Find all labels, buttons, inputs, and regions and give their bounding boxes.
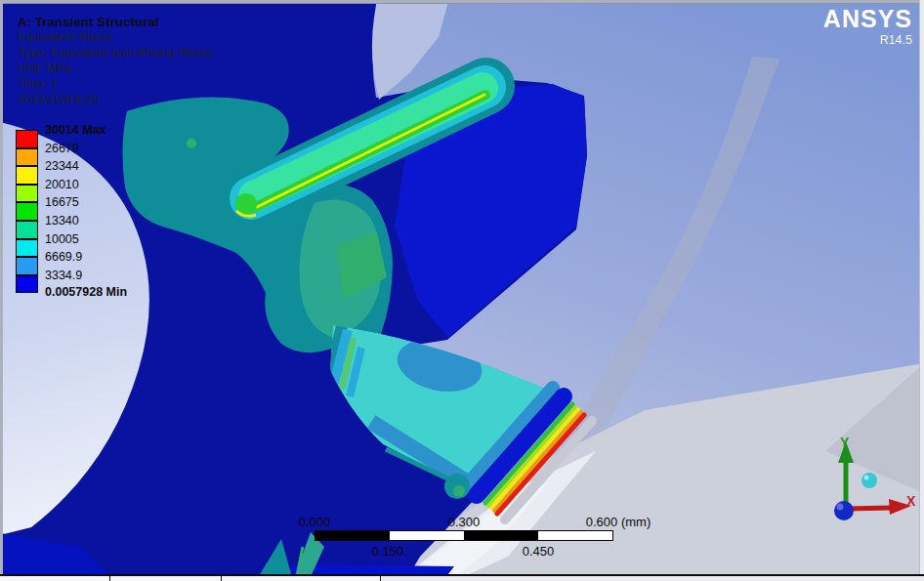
legend-chip	[16, 239, 38, 258]
window-border-right	[919, 0, 924, 581]
stress-spot-green-lower	[453, 485, 465, 497]
ansys-logo: ANSYS R14.5	[823, 6, 912, 47]
legend-chip	[16, 275, 38, 294]
scale-segment	[464, 531, 538, 540]
ansys-mechanical-viewport-window: Y X A: Transient Structural Equivalent S…	[0, 0, 924, 581]
result-header: A: Transient Structural Equivalent Stres…	[18, 15, 213, 107]
legend-label: 6669.9	[45, 250, 162, 265]
legend-chip	[16, 166, 38, 185]
stress-spot-green-dot	[187, 139, 196, 148]
legend-chip	[16, 148, 38, 167]
result-name: Equivalent Stress	[18, 29, 213, 45]
table-cell	[381, 576, 924, 581]
legend-label: 26679	[45, 142, 162, 156]
scale-tick-450: 0.450	[523, 544, 555, 559]
scale-segment	[390, 531, 464, 540]
legend-chip	[16, 185, 38, 203]
legend-max-label: 30014 Max	[45, 123, 162, 138]
analysis-title: A: Transient Structural	[18, 15, 213, 29]
legend-chip	[16, 257, 38, 275]
scale-bar	[315, 530, 613, 541]
scale-tick-600: 0.600 (mm)	[586, 515, 651, 529]
legend-label: 16675	[45, 195, 162, 210]
scale-tick-150: 0.150	[372, 544, 404, 559]
legend-min-label: 0.0057928 Min	[45, 285, 162, 300]
y-axis-label: Y	[840, 435, 850, 450]
legend-label: 10005	[45, 232, 162, 247]
scale-segment	[315, 531, 390, 540]
iso-view-sphere[interactable]	[861, 473, 877, 488]
iso-sphere-highlight	[864, 476, 869, 480]
z-axis-origin-sphere	[834, 501, 854, 520]
window-border-left	[0, 0, 3, 581]
table-cell	[0, 576, 110, 581]
brand-version: R14.5	[823, 33, 912, 47]
legend-chip	[16, 130, 38, 148]
tabular-data-strip	[0, 576, 924, 581]
legend-label: 23344	[45, 159, 162, 174]
brand-name: ANSYS	[823, 6, 912, 31]
result-type: Type: Equivalent (von-Mises) Stress	[18, 45, 213, 61]
result-unit: Unit: MPa	[18, 61, 213, 76]
scale-segment	[538, 531, 612, 540]
legend-label: 13340	[45, 214, 162, 228]
window-border-top	[0, 0, 924, 4]
result-time: Time: 1	[18, 76, 213, 92]
legend-chip	[16, 221, 38, 239]
legend-label: 20010	[45, 178, 162, 192]
table-cell	[222, 576, 381, 581]
table-cell	[110, 576, 222, 581]
legend-label: 3334.9	[45, 269, 162, 283]
x-axis-label: X	[906, 493, 916, 509]
scale-tick-0: 0.000	[299, 515, 331, 529]
result-timestamp: 2014/10/8 8:20	[18, 92, 213, 107]
legend-chip	[16, 202, 38, 221]
scale-tick-300: 0.300	[448, 515, 481, 529]
sphere-highlight	[837, 504, 844, 511]
